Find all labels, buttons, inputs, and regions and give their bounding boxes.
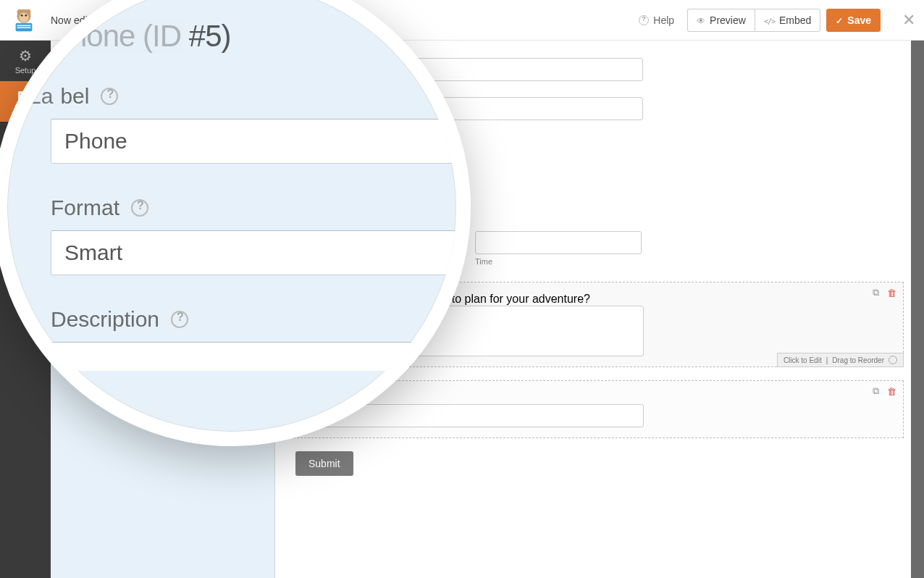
label-input[interactable]: Phone xyxy=(51,119,456,164)
delete-icon[interactable]: 🗑 xyxy=(886,385,897,397)
app-logo xyxy=(9,7,39,34)
help-icon xyxy=(639,15,649,25)
delete-icon[interactable]: 🗑 xyxy=(886,287,897,298)
svg-point-5 xyxy=(25,14,28,17)
save-button[interactable]: Save xyxy=(826,9,881,32)
help-icon[interactable] xyxy=(101,88,118,105)
preview-button[interactable]: Preview xyxy=(687,9,755,32)
svg-rect-7 xyxy=(17,25,31,25)
code-icon xyxy=(764,14,775,26)
submit-button[interactable]: Submit xyxy=(295,451,353,476)
check-icon xyxy=(836,14,843,26)
duplicate-icon[interactable]: ⧉ xyxy=(870,385,881,397)
description-input[interactable] xyxy=(51,342,456,371)
svg-point-3 xyxy=(19,12,28,22)
row-hint: Click to Edit | Drag to Reorder xyxy=(777,353,904,367)
zoom-format-group: Format Smart xyxy=(51,196,456,275)
eye-icon xyxy=(697,14,705,26)
embed-button[interactable]: Embed xyxy=(755,9,820,32)
help-link[interactable]: Help xyxy=(631,14,681,26)
close-icon[interactable]: ✕ xyxy=(902,11,915,30)
zoom-label-group: Label Phone xyxy=(51,84,456,164)
topbar-actions: Help Preview Embed Save ✕ xyxy=(631,9,915,32)
help-icon[interactable] xyxy=(171,311,188,328)
svg-rect-8 xyxy=(17,27,31,28)
duplicate-icon[interactable]: ⧉ xyxy=(870,287,881,298)
svg-point-4 xyxy=(21,14,23,17)
reorder-handle-icon[interactable] xyxy=(889,356,897,364)
help-icon[interactable] xyxy=(131,199,148,217)
zoom-description-group: Description xyxy=(51,307,456,371)
gear-icon xyxy=(17,48,33,64)
format-select[interactable]: Smart xyxy=(51,230,456,275)
